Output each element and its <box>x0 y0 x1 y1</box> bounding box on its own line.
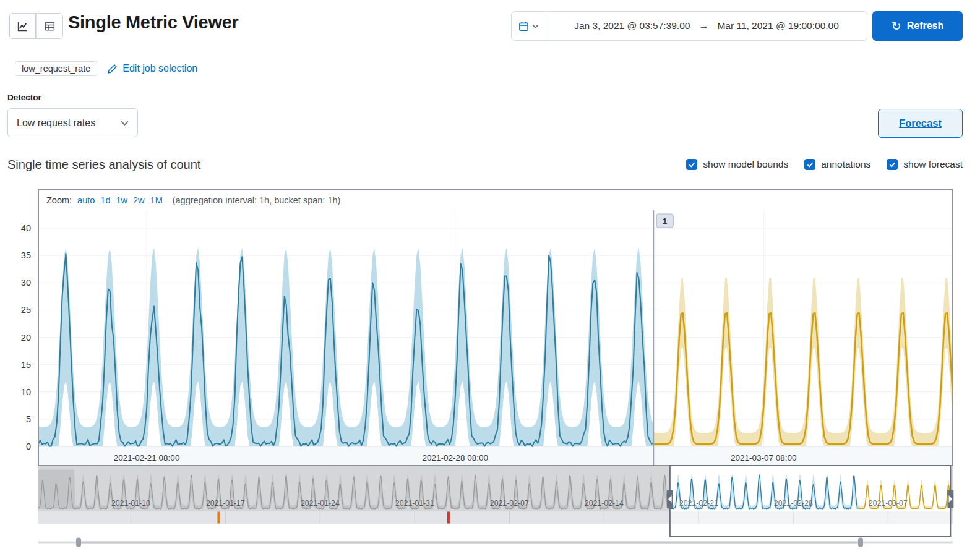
svg-text:0: 0 <box>26 442 31 451</box>
svg-text:2021-03-07 08:00: 2021-03-07 08:00 <box>731 453 797 463</box>
toggle-label: annotations <box>821 159 870 170</box>
start-date-button[interactable]: Jan 3, 2021 @ 03:57:39.00 <box>574 20 690 32</box>
checkbox-model-bounds <box>686 159 697 170</box>
zoom-aggregation-note: (aggregation interval: 1h, bucket span: … <box>173 195 341 205</box>
svg-text:2021-01-10: 2021-01-10 <box>111 499 150 508</box>
svg-text:30: 30 <box>21 278 31 288</box>
svg-text:5: 5 <box>26 414 31 424</box>
table-icon <box>44 20 56 32</box>
svg-text:35: 35 <box>21 250 31 260</box>
svg-text:2021-02-21: 2021-02-21 <box>679 499 718 508</box>
detector-selected-value: Low request rates <box>17 117 95 129</box>
calendar-icon <box>518 21 529 32</box>
page-title: Single Metric Viewer <box>68 12 239 33</box>
checkbox-annotations <box>804 159 815 170</box>
range-arrow: → <box>698 20 708 32</box>
quick-select-button[interactable] <box>512 12 546 40</box>
date-range-picker: Jan 3, 2021 @ 03:57:39.00 → Mar 11, 2021… <box>511 11 867 41</box>
svg-text:2021-02-21 08:00: 2021-02-21 08:00 <box>114 453 180 463</box>
job-selection-row: low_request_rate Edit job selection <box>15 61 197 76</box>
analysis-heading: Single time series analysis of count <box>7 158 200 172</box>
zoom-option-auto[interactable]: auto <box>77 195 95 205</box>
svg-text:2021-02-07: 2021-02-07 <box>490 499 529 508</box>
zoom-option-1w[interactable]: 1w <box>116 195 127 205</box>
chart-display-toggles: show model bounds annotations show forec… <box>686 153 963 176</box>
job-badge: low_request_rate <box>15 61 97 76</box>
toggle-show-model-bounds[interactable]: show model bounds <box>686 159 788 170</box>
toggle-label: show forecast <box>903 159 963 170</box>
edit-job-selection-label: Edit job selection <box>123 63 197 74</box>
view-toggle-group <box>9 13 63 39</box>
chevron-down-icon <box>121 121 129 126</box>
svg-text:2021-01-24: 2021-01-24 <box>301 499 340 508</box>
svg-text:2021-01-17: 2021-01-17 <box>206 499 245 508</box>
refresh-button[interactable]: ↻ Refresh <box>872 11 963 41</box>
svg-text:2021-01-31: 2021-01-31 <box>395 499 434 508</box>
chevron-down-icon <box>532 24 539 28</box>
toggle-label: show model bounds <box>703 159 788 170</box>
context-chart[interactable]: 2021-01-102021-01-172021-01-242021-01-31… <box>38 466 953 536</box>
zoom-label: Zoom: <box>46 195 72 205</box>
svg-text:2021-02-28 08:00: 2021-02-28 08:00 <box>422 453 488 463</box>
detector-label: Detector <box>7 93 41 102</box>
svg-text:2021-02-14: 2021-02-14 <box>585 499 624 508</box>
refresh-icon: ↻ <box>892 20 901 32</box>
timeseries-charts[interactable]: 051015202530354012021-02-21 08:002021-02… <box>0 0 980 559</box>
svg-text:2021-02-28: 2021-02-28 <box>774 499 813 508</box>
forecast-button[interactable]: Forecast <box>878 109 963 138</box>
zoom-option-2w[interactable]: 2w <box>133 195 145 205</box>
svg-text:10: 10 <box>21 387 31 397</box>
refresh-label: Refresh <box>907 20 944 32</box>
focus-chart[interactable]: 051015202530354012021-02-21 08:002021-02… <box>21 190 953 466</box>
range-scrollbar[interactable] <box>38 538 953 547</box>
checkbox-show-forecast <box>887 159 898 170</box>
toggle-annotations[interactable]: annotations <box>804 159 870 170</box>
table-view-button[interactable] <box>36 14 62 38</box>
svg-text:25: 25 <box>21 305 31 315</box>
single-metric-viewer-page: 051015202530354012021-02-21 08:002021-02… <box>0 0 980 559</box>
pencil-icon <box>107 64 118 74</box>
edit-job-selection-link[interactable]: Edit job selection <box>107 63 197 74</box>
svg-text:1: 1 <box>663 216 667 226</box>
zoom-option-1M[interactable]: 1M <box>150 195 163 205</box>
date-range-values: Jan 3, 2021 @ 03:57:39.00 → Mar 11, 2021… <box>546 12 867 40</box>
svg-text:15: 15 <box>21 360 31 370</box>
chart-view-button[interactable] <box>9 14 36 38</box>
check-icon <box>806 161 814 169</box>
svg-text:40: 40 <box>21 223 31 233</box>
detector-select[interactable]: Low request rates <box>7 108 138 137</box>
zoom-option-1d[interactable]: 1d <box>100 195 110 205</box>
svg-text:20: 20 <box>21 333 31 343</box>
line-chart-icon <box>17 20 28 32</box>
svg-text:2021-03-07: 2021-03-07 <box>869 499 908 508</box>
check-icon <box>688 161 696 169</box>
zoom-bar: Zoom: auto 1d 1w 2w 1M (aggregation inte… <box>46 195 340 205</box>
check-icon <box>888 161 896 169</box>
end-date-button[interactable]: Mar 11, 2021 @ 19:00:00.00 <box>717 20 838 32</box>
toggle-show-forecast[interactable]: show forecast <box>887 159 963 170</box>
